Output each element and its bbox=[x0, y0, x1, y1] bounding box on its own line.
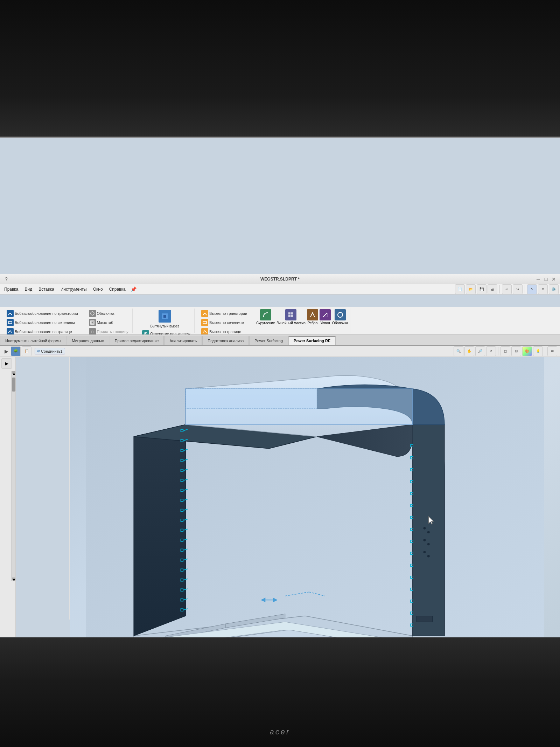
minimize-button[interactable]: ─ bbox=[535, 276, 542, 283]
tab-pryamoe[interactable]: Прямое редактирование bbox=[110, 336, 164, 345]
tab-power-surfacing-re[interactable]: Power Surfacing RE bbox=[288, 336, 336, 345]
redo-btn[interactable]: ↪ bbox=[513, 284, 523, 294]
v-sech-icon bbox=[201, 319, 208, 326]
search-btn[interactable]: 🔍 bbox=[454, 346, 463, 356]
ribbon-btn-v-traj[interactable]: Вырез по траектории bbox=[200, 309, 249, 318]
save-btn[interactable]: 💾 bbox=[477, 284, 486, 294]
close-button[interactable]: ✕ bbox=[550, 276, 557, 283]
monitor-bezel-bottom: acer bbox=[0, 637, 560, 747]
svg-rect-10 bbox=[291, 312, 293, 314]
svg-marker-22 bbox=[186, 389, 413, 424]
print-btn[interactable]: 🖨 bbox=[488, 284, 497, 294]
ribbon-btn-traj[interactable]: Бобышка/основание по траектории bbox=[5, 309, 80, 318]
section-btn[interactable]: ⊟ bbox=[511, 346, 521, 356]
select-btn[interactable]: ↖ bbox=[527, 284, 537, 294]
misc-tool-rebro[interactable]: Ребро bbox=[307, 309, 318, 325]
misc-tool-obol[interactable]: Оболочка bbox=[332, 309, 348, 325]
svg-point-7 bbox=[145, 333, 146, 334]
hole-icon bbox=[142, 330, 149, 335]
svg-point-87 bbox=[427, 543, 430, 545]
ribbon-btn-scale[interactable]: Масштаб bbox=[87, 318, 115, 327]
light-btn[interactable]: 💡 bbox=[533, 346, 543, 356]
ribbon-group-obol: Оболочка Масштаб ◻ Придать толщину bbox=[85, 309, 133, 333]
vertical-scrollbar[interactable]: ▲ ▼ bbox=[11, 371, 15, 581]
tab-migracia[interactable]: Миграция данных bbox=[67, 336, 109, 345]
ribbon-group-misc: Скругление Линейный массив Ребро bbox=[254, 309, 350, 333]
rebuild-btn[interactable]: ⚙ bbox=[538, 284, 548, 294]
thick-icon: ◻ bbox=[89, 328, 96, 335]
misc-tool-skrug[interactable]: Скругление bbox=[256, 309, 275, 325]
svg-rect-12 bbox=[291, 315, 293, 317]
ribbon-btn-hole[interactable]: Отверстие под крепеж bbox=[140, 330, 192, 335]
sidebar-btn-1[interactable]: ▶ bbox=[1, 358, 12, 369]
scroll-down[interactable]: ▼ bbox=[12, 577, 15, 580]
menu-bar: Правка Вид Вставка Инструменты Окно Спра… bbox=[0, 284, 560, 295]
tab-analizirovat[interactable]: Анализировать bbox=[164, 336, 202, 345]
svg-point-89 bbox=[427, 555, 430, 558]
misc-tool-uklon[interactable]: Уклон bbox=[320, 309, 331, 325]
property-btn[interactable]: 📋 bbox=[22, 346, 31, 356]
svg-point-13 bbox=[338, 312, 343, 317]
scroll-up[interactable]: ▲ bbox=[12, 371, 15, 374]
svg-point-84 bbox=[424, 527, 426, 530]
menu-pravka[interactable]: Правка bbox=[1, 285, 21, 293]
ribbon-btn-obol[interactable]: Оболочка bbox=[87, 309, 116, 318]
tab-podgotovka[interactable]: Подготовка анализа bbox=[202, 336, 249, 345]
boshka-traj-icon bbox=[7, 310, 14, 317]
acer-logo: acer bbox=[270, 727, 290, 736]
open-btn[interactable]: 📂 bbox=[466, 284, 476, 294]
vyrez-main-icon bbox=[159, 310, 171, 323]
maximize-button[interactable]: □ bbox=[542, 276, 550, 283]
monitor-btn[interactable]: 🖥 bbox=[547, 346, 557, 356]
left-sidebar: ▶ ▲ ▼ bbox=[0, 357, 16, 637]
zoom-btn[interactable]: 🔎 bbox=[475, 346, 485, 356]
display-btn[interactable]: ◻ bbox=[500, 346, 510, 356]
tab-liteinaya[interactable]: Инструменты литейной формы bbox=[0, 336, 66, 345]
menu-spravka[interactable]: Справка bbox=[106, 285, 128, 293]
misc-tool-mass[interactable]: Линейный массив bbox=[276, 309, 306, 325]
title-btn-help[interactable]: ? bbox=[3, 276, 10, 283]
feature-tree-btn[interactable]: 🌳 bbox=[11, 346, 21, 356]
svg-point-85 bbox=[427, 531, 430, 533]
obol-icon bbox=[89, 310, 96, 317]
expand-arrow[interactable]: ▶ bbox=[3, 348, 10, 355]
svg-point-1 bbox=[91, 312, 94, 315]
boshka-sech-icon bbox=[7, 319, 14, 326]
options-btn[interactable]: ⚙️ bbox=[549, 284, 559, 294]
feature-node-icon: ⊕ bbox=[37, 349, 40, 353]
color-btn[interactable]: 🎨 bbox=[522, 346, 532, 356]
tab-power-surfacing[interactable]: Power Surfacing bbox=[249, 336, 288, 345]
new-btn[interactable]: 📄 bbox=[455, 284, 465, 294]
scale-icon bbox=[89, 319, 96, 326]
ribbon-btn-v-gran[interactable]: Вырез по границе bbox=[200, 327, 243, 335]
undo-btn[interactable]: ↩ bbox=[502, 284, 512, 294]
ribbon-btn-v-sech[interactable]: Вырез по сечениям bbox=[200, 318, 246, 327]
skrug-icon bbox=[260, 309, 271, 320]
desk-background bbox=[0, 0, 560, 137]
menu-vid[interactable]: Вид bbox=[22, 285, 35, 293]
menu-vstavka[interactable]: Вставка bbox=[36, 285, 57, 293]
ribbon-group-vyrez: Вытянутый вырез Отверстие под крепеж Пов… bbox=[135, 309, 195, 333]
feature-node: ⊕ Соединить1 bbox=[35, 348, 65, 354]
svg-point-86 bbox=[424, 539, 426, 541]
ribbon-btn-gran[interactable]: Бобышка/основание на границе bbox=[5, 327, 74, 335]
svg-rect-11 bbox=[288, 315, 290, 317]
svg-marker-19 bbox=[134, 424, 186, 636]
uklon-icon bbox=[320, 309, 331, 320]
ribbon-btn-thick[interactable]: ◻ Придать толщину bbox=[87, 327, 130, 335]
rotate-btn[interactable]: ↺ bbox=[486, 346, 496, 356]
pin-icon[interactable]: 📌 bbox=[131, 286, 136, 292]
svg-rect-3 bbox=[91, 321, 93, 324]
obol2-icon bbox=[335, 309, 346, 320]
ribbon-btn-vyrez-main[interactable]: Вытянутый вырез bbox=[149, 309, 181, 329]
menu-okno[interactable]: Окно bbox=[90, 285, 106, 293]
menu-instrumenty[interactable]: Инструменты bbox=[58, 285, 90, 293]
svg-rect-90 bbox=[416, 616, 433, 622]
ribbon-btn-sech[interactable]: Бобышка/основание по сечениям bbox=[5, 318, 77, 327]
pan-btn[interactable]: ✋ bbox=[464, 346, 474, 356]
v-gran-icon bbox=[201, 328, 208, 335]
v-traj-icon bbox=[201, 310, 208, 317]
sep4 bbox=[545, 347, 545, 355]
svg-marker-21 bbox=[413, 424, 444, 636]
scroll-thumb[interactable] bbox=[12, 378, 15, 392]
